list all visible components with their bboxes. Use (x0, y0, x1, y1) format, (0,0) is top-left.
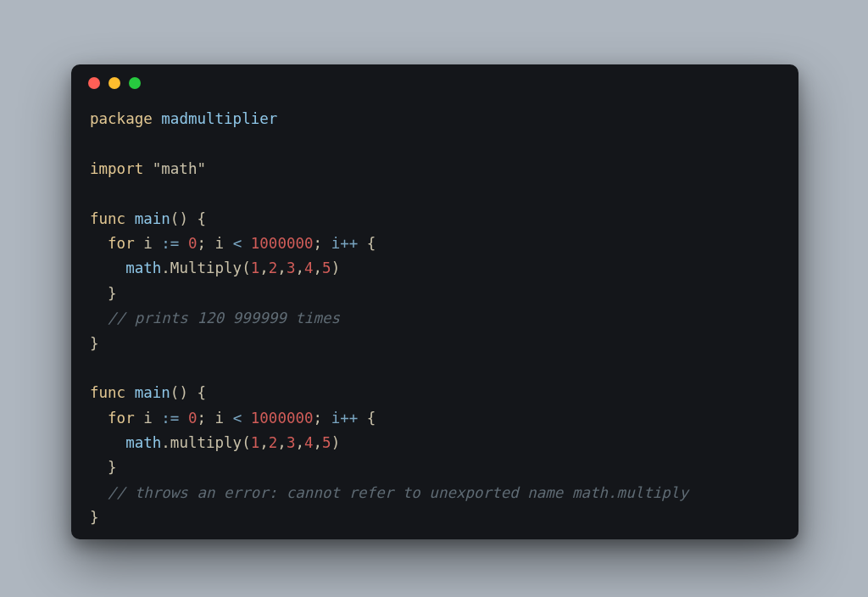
package-name: madmultiplier (161, 110, 277, 127)
call-Multiply: Multiply (170, 259, 242, 276)
brace: } (90, 335, 99, 352)
keyword-import: import (90, 160, 143, 177)
op-lt: < (233, 410, 242, 427)
keyword-func: func (90, 384, 125, 401)
num-million: 1000000 (251, 410, 314, 427)
func-name: main (135, 210, 170, 227)
paren: () (170, 384, 188, 401)
comma: , (277, 434, 287, 451)
comma: , (277, 259, 287, 276)
num-million: 1000000 (251, 235, 314, 252)
keyword-for: for (108, 235, 135, 252)
semi: ; (198, 410, 207, 427)
semi: ; (314, 410, 323, 427)
arg: 1 (251, 259, 260, 276)
arg: 4 (304, 259, 314, 276)
arg: 2 (269, 259, 278, 276)
comma: , (314, 259, 323, 276)
brace: { (197, 210, 206, 227)
call-multiply: multiply (170, 434, 242, 451)
brace: } (108, 459, 117, 476)
paren: ( (242, 434, 251, 451)
keyword-for: for (108, 410, 135, 427)
ident-i: i (143, 235, 153, 252)
paren: ) (331, 259, 341, 276)
brace: } (108, 285, 117, 302)
code-window: package madmultiplier import "math" func… (71, 64, 798, 539)
comment-line: // prints 120 999999 times (108, 310, 340, 326)
code-block: package madmultiplier import "math" func… (71, 102, 798, 550)
brace: { (367, 410, 376, 427)
module-math: math (125, 434, 161, 451)
op-decl: := (161, 235, 179, 252)
dot: . (161, 434, 170, 451)
arg: 2 (269, 434, 278, 451)
op-lt: < (233, 235, 242, 252)
op-decl: := (161, 410, 179, 427)
brace: { (367, 235, 376, 252)
arg: 1 (251, 434, 260, 451)
dot: . (161, 259, 170, 276)
paren: () (170, 210, 188, 227)
arg: 4 (304, 434, 314, 451)
semi: ; (198, 235, 207, 252)
zoom-icon[interactable] (129, 77, 141, 89)
brace: } (90, 509, 99, 526)
ident-i: i (215, 410, 225, 427)
arg: 5 (322, 434, 331, 451)
func-name: main (135, 384, 170, 401)
comma: , (295, 434, 304, 451)
comma: , (259, 259, 269, 276)
arg: 5 (322, 259, 331, 276)
comma: , (295, 259, 304, 276)
ident-i: i (143, 410, 153, 427)
brace: { (197, 384, 206, 401)
num-zero: 0 (188, 235, 198, 252)
window-titlebar (71, 64, 798, 102)
minimize-icon[interactable] (108, 77, 120, 89)
ident-i: i (215, 235, 225, 252)
num-zero: 0 (188, 410, 198, 427)
comma: , (259, 434, 269, 451)
import-path: "math" (153, 160, 206, 177)
op-inc: i++ (331, 235, 359, 252)
keyword-func: func (90, 210, 125, 227)
paren: ) (331, 434, 341, 451)
paren: ( (242, 259, 251, 276)
close-icon[interactable] (88, 77, 100, 89)
comma: , (314, 434, 323, 451)
arg: 3 (287, 259, 296, 276)
comment-line: // throws an error: cannot refer to unex… (108, 484, 688, 501)
keyword-package: package (90, 110, 153, 127)
op-inc: i++ (331, 410, 359, 427)
arg: 3 (287, 434, 296, 451)
module-math: math (125, 259, 161, 276)
semi: ; (314, 235, 323, 252)
